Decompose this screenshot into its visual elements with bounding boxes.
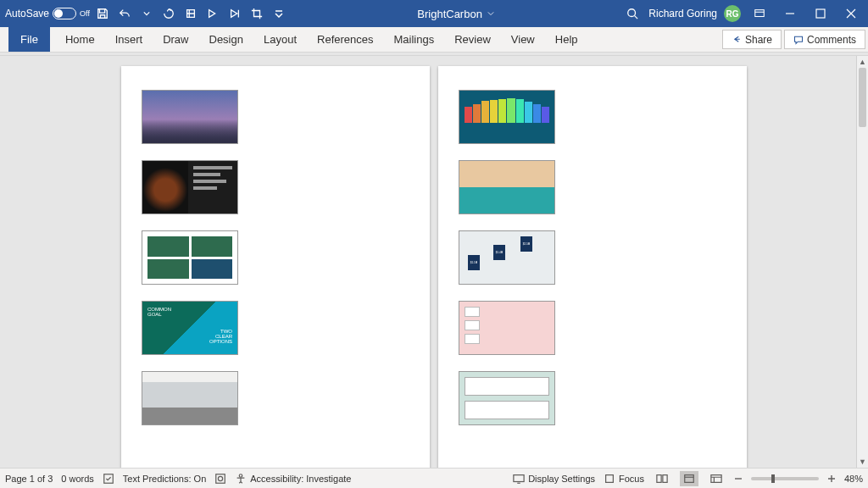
slide-thumb[interactable]: COMMON GOAL TWO CLEAR OPTIONS <box>142 301 238 355</box>
zoom-slider-thumb[interactable] <box>771 474 775 483</box>
scroll-down-icon[interactable]: ▼ <box>857 456 868 468</box>
tab-references[interactable]: References <box>307 27 383 52</box>
title-dropdown-icon[interactable] <box>487 8 494 19</box>
slide-text: GOAL <box>147 312 232 317</box>
svg-point-6 <box>240 474 243 477</box>
status-page[interactable]: Page 1 of 3 <box>5 474 53 484</box>
undo-icon[interactable] <box>115 4 134 23</box>
close-icon[interactable] <box>839 2 863 25</box>
svg-rect-8 <box>606 474 614 482</box>
tab-design[interactable]: Design <box>199 27 253 52</box>
view-web-layout-icon[interactable] <box>707 471 726 486</box>
status-word-count[interactable]: 0 words <box>61 474 94 484</box>
tab-file[interactable]: File <box>8 27 50 52</box>
status-text-predictions[interactable]: Text Predictions: On <box>123 474 206 484</box>
comments-button[interactable]: Comments <box>784 30 865 49</box>
svg-rect-12 <box>711 474 721 482</box>
user-avatar[interactable]: RG <box>724 5 741 22</box>
slide-thumb[interactable] <box>142 230 238 285</box>
svg-rect-11 <box>685 474 694 482</box>
svg-rect-9 <box>657 474 661 482</box>
scroll-track[interactable] <box>857 68 868 456</box>
slide-thumb[interactable]: $1.1M $1.4M $2.5M <box>459 230 555 285</box>
tab-help[interactable]: Help <box>545 27 588 52</box>
qat-customize-icon[interactable] <box>270 4 288 23</box>
ribbon-tabs: File Home Insert Draw Design Layout Refe… <box>0 27 868 53</box>
svg-rect-10 <box>663 474 667 482</box>
ribbon-display-icon[interactable] <box>748 2 771 25</box>
status-focus-label: Focus <box>619 474 644 484</box>
status-accessibility[interactable]: Accessibility: Investigate <box>235 473 351 485</box>
slide-thumb[interactable] <box>142 371 238 425</box>
slide-text: $1.1M <box>468 255 480 270</box>
svg-rect-7 <box>514 474 524 481</box>
user-name[interactable]: Richard Goring <box>648 8 717 19</box>
autosave-toggle[interactable]: AutoSave Off <box>5 8 90 19</box>
status-spellcheck-icon[interactable] <box>103 473 114 485</box>
zoom-out-button[interactable] <box>734 474 743 483</box>
slide-thumb[interactable] <box>459 160 555 214</box>
autosave-label: AutoSave <box>5 8 49 19</box>
slide-text: OPTIONS <box>147 339 232 344</box>
search-icon[interactable] <box>623 4 642 23</box>
autosave-pill[interactable] <box>53 8 76 19</box>
status-display-settings[interactable]: Display Settings <box>513 473 595 485</box>
minimize-icon[interactable] <box>778 2 802 25</box>
tab-draw[interactable]: Draw <box>153 27 198 52</box>
crop-icon[interactable] <box>248 4 266 23</box>
share-button[interactable]: Share <box>722 30 782 49</box>
qat-icon-1[interactable] <box>181 4 200 23</box>
view-read-mode-icon[interactable] <box>653 471 671 486</box>
redo-icon[interactable] <box>159 4 178 23</box>
svg-rect-4 <box>216 474 225 483</box>
share-label: Share <box>745 34 772 46</box>
page-1[interactable]: COMMON GOAL TWO CLEAR OPTIONS <box>121 66 430 468</box>
qat-icon-2[interactable] <box>203 4 222 23</box>
slide-text: $2.5M <box>520 236 532 252</box>
document-title[interactable]: BrightCarbon <box>417 8 482 20</box>
slide-thumb[interactable] <box>459 90 555 144</box>
tab-insert[interactable]: Insert <box>105 27 153 52</box>
tab-home[interactable]: Home <box>55 27 105 52</box>
comments-label: Comments <box>807 34 856 46</box>
autosave-state: Off <box>80 9 90 18</box>
zoom-slider[interactable] <box>751 477 819 480</box>
slide-thumb[interactable] <box>142 90 238 144</box>
undo-dropdown-icon[interactable] <box>137 4 156 23</box>
slide-thumb[interactable] <box>459 371 555 425</box>
svg-point-0 <box>628 9 636 17</box>
maximize-icon[interactable] <box>809 2 832 25</box>
title-bar: AutoSave Off BrightCarbon Richard Goring… <box>0 0 868 27</box>
status-accessibility-label: Accessibility: Investigate <box>250 474 351 484</box>
zoom-level[interactable]: 48% <box>844 474 863 484</box>
tab-view[interactable]: View <box>501 27 545 52</box>
status-focus[interactable]: Focus <box>604 473 644 485</box>
svg-point-5 <box>219 476 223 480</box>
zoom-in-button[interactable] <box>827 474 836 483</box>
vertical-scrollbar[interactable]: ▲ ▼ <box>856 56 868 468</box>
scroll-up-icon[interactable]: ▲ <box>857 56 868 68</box>
view-print-layout-icon[interactable] <box>680 471 698 486</box>
slide-text: $1.4M <box>493 245 505 260</box>
slide-thumb[interactable] <box>142 160 238 214</box>
status-bar: Page 1 of 3 0 words Text Predictions: On… <box>0 468 868 488</box>
save-icon[interactable] <box>93 4 112 23</box>
document-workspace[interactable]: COMMON GOAL TWO CLEAR OPTIONS $1.1M $1.4… <box>0 56 868 468</box>
svg-rect-3 <box>104 474 114 483</box>
tab-mailings[interactable]: Mailings <box>384 27 445 52</box>
svg-rect-2 <box>816 9 825 18</box>
tab-review[interactable]: Review <box>444 27 501 52</box>
qat-icon-3[interactable] <box>225 4 244 23</box>
page-2[interactable]: $1.1M $1.4M $2.5M <box>438 66 747 468</box>
status-display-settings-label: Display Settings <box>528 474 595 484</box>
scroll-thumb[interactable] <box>859 68 866 127</box>
svg-rect-1 <box>755 10 765 17</box>
tab-layout[interactable]: Layout <box>253 27 307 52</box>
status-macro-icon[interactable] <box>214 473 226 485</box>
slide-thumb[interactable] <box>459 301 555 355</box>
